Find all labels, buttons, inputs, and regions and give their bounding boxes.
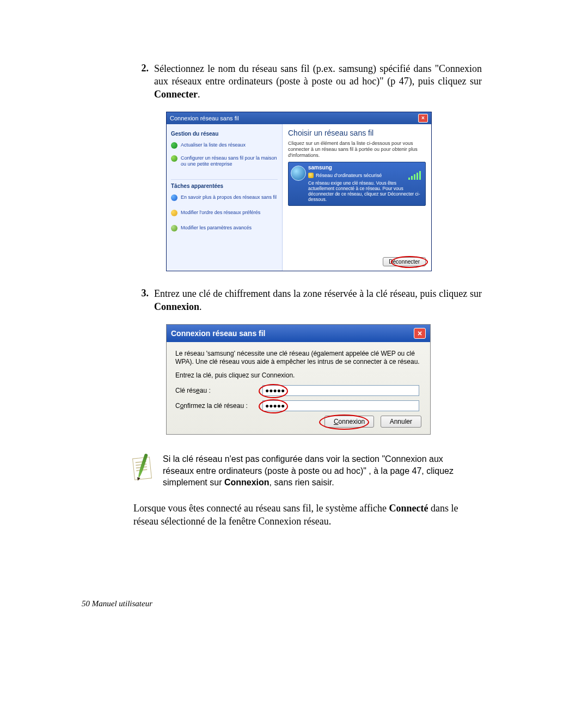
- network-type: Réseau d'ordinateurs sécurisé: [316, 173, 382, 178]
- note-block: Si la clé réseau n'est pas configurée da…: [131, 453, 468, 489]
- dialog1-main: Choisir un réseau sans fil Cliquez sur u…: [283, 124, 431, 271]
- label2-post: nfirmez la clé réseau :: [183, 402, 247, 410]
- disconnect-button[interactable]: Déconnecter: [383, 257, 426, 266]
- close-icon[interactable]: ×: [418, 114, 428, 123]
- learn-more-label: En savoir plus à propos des réseaux sans…: [181, 194, 277, 200]
- adhoc-network-icon: [291, 166, 306, 181]
- step3-text-a: Entrez une clé de chiffrement dans la zo…: [154, 288, 482, 299]
- network-key-input[interactable]: ●●●●●: [262, 385, 419, 396]
- key-entry-dialog: Connexion réseau sans fil × Le réseau 's…: [166, 324, 431, 435]
- network-key-value: ●●●●●: [265, 387, 285, 394]
- dialog1-title-text: Connexion réseau sans fil: [170, 115, 239, 121]
- step2-text: Sélectionnez le nom du réseau sans fil (…: [154, 63, 482, 101]
- sidebar-heading-1: Gestion du réseau: [171, 131, 278, 137]
- note-t2: , sans rien saisir.: [270, 478, 334, 487]
- step3-number: 3.: [133, 288, 154, 313]
- network-name: samsung: [308, 164, 422, 170]
- confirm-key-input[interactable]: ●●●●●: [262, 400, 419, 411]
- dialog1-sidebar: Gestion du réseau Actualiser la liste de…: [167, 124, 283, 271]
- dialog2-para1: Le réseau 'samsung' nécessite une clé ré…: [175, 350, 421, 366]
- advanced-settings-link[interactable]: Modifier les paramètres avancés: [171, 225, 278, 231]
- info-icon: [171, 194, 177, 201]
- wireless-list-dialog: Connexion réseau sans fil × Gestion du r…: [166, 112, 432, 271]
- final-paragraph: Lorsque vous êtes connecté au réseau san…: [133, 502, 482, 528]
- note-icon: [131, 454, 153, 483]
- step2-text-b: .: [198, 89, 200, 100]
- label1-post: au :: [200, 387, 211, 394]
- step3-text-b: .: [199, 301, 202, 312]
- signal-strength-icon: [408, 171, 421, 180]
- dialog2-title-text: Connexion réseau sans fil: [171, 329, 266, 338]
- confirm-key-value: ●●●●●: [265, 402, 285, 410]
- setup-icon: [171, 155, 177, 162]
- lock-icon: [308, 173, 314, 178]
- refresh-networks-link[interactable]: Actualiser la liste des réseaux: [171, 142, 278, 149]
- final-t1: Lorsque vous êtes connecté au réseau san…: [133, 503, 389, 514]
- refresh-icon: [171, 142, 177, 149]
- note-text: Si la clé réseau n'est pas configurée da…: [163, 453, 468, 489]
- step2-bold: Connecter: [154, 89, 198, 100]
- choose-network-heading: Choisir un réseau sans fil: [288, 129, 426, 137]
- learn-more-link[interactable]: En savoir plus à propos des réseaux sans…: [171, 194, 278, 201]
- refresh-networks-label: Actualiser la liste des réseaux: [181, 142, 246, 148]
- final-bold: Connecté: [389, 503, 428, 514]
- network-detail: Ce réseau exige une clé réseau. Vous ête…: [308, 180, 422, 203]
- gear-icon: [171, 225, 177, 231]
- page-footer: 50 Manuel utilisateur: [82, 599, 152, 608]
- sidebar-heading-2: Tâches apparentées: [171, 179, 278, 189]
- dialog2-titlebar: Connexion réseau sans fil ×: [167, 325, 430, 342]
- choose-network-instr: Cliquez sur un élément dans la liste ci-…: [288, 141, 426, 158]
- connect-button[interactable]: Connexion: [324, 416, 374, 428]
- dialog2-para2: Entrez la clé, puis cliquez sur Connexio…: [175, 371, 421, 380]
- confirm-key-label: Confirmez la clé réseau :: [175, 402, 262, 410]
- close-icon[interactable]: ×: [414, 328, 426, 339]
- setup-network-label: Configurer un réseau sans fil pour la ma…: [181, 155, 278, 167]
- change-order-link[interactable]: Modifier l'ordre des réseaux préférés: [171, 210, 278, 216]
- cancel-button[interactable]: Annuler: [381, 416, 421, 428]
- label1-pre: Clé rés: [175, 387, 196, 394]
- step3-text: Entrez une clé de chiffrement dans la zo…: [154, 288, 482, 313]
- step3-bold: Connexion: [154, 301, 199, 312]
- network-item-samsung[interactable]: samsung Réseau d'ordinateurs sécurisé Ce…: [288, 162, 426, 206]
- setup-network-link[interactable]: Configurer un réseau sans fil pour la ma…: [171, 155, 278, 167]
- connect-post: onnexion: [339, 418, 365, 425]
- network-key-label: Clé réseau :: [175, 387, 262, 394]
- change-order-label: Modifier l'ordre des réseaux préférés: [181, 210, 260, 216]
- label1-u: e: [196, 387, 200, 394]
- note-bold: Connexion: [224, 478, 270, 487]
- step2-text-a: Sélectionnez le nom du réseau sans fil (…: [154, 63, 482, 87]
- star-icon: [171, 210, 177, 216]
- connect-u: C: [334, 418, 339, 425]
- step2-number: 2.: [133, 63, 154, 101]
- label2-pre: C: [175, 402, 180, 410]
- advanced-settings-label: Modifier les paramètres avancés: [181, 225, 252, 231]
- dialog1-titlebar: Connexion réseau sans fil ×: [167, 112, 431, 124]
